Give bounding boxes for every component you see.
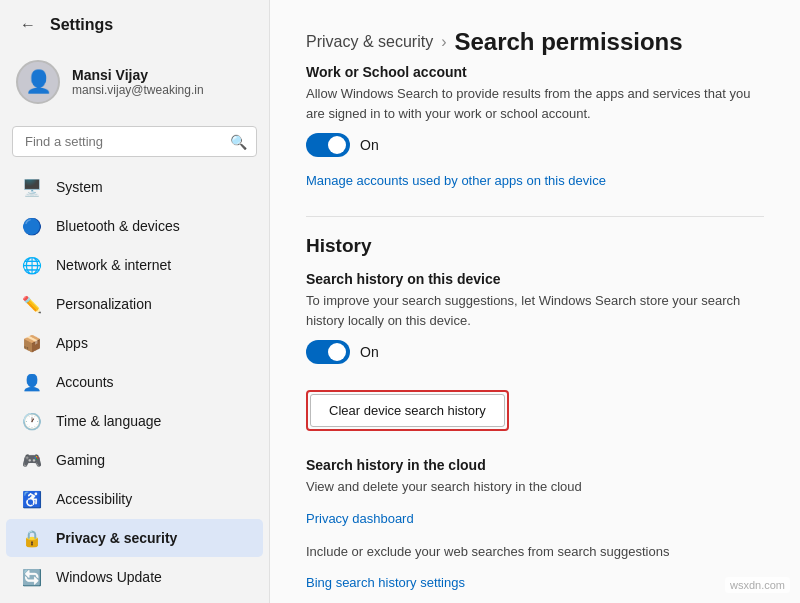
nav-label-accounts: Accounts	[56, 374, 114, 390]
nav-icon-network: 🌐	[22, 255, 42, 275]
sidebar-title: Settings	[50, 16, 113, 34]
sidebar-item-personalization[interactable]: ✏️ Personalization	[6, 285, 263, 323]
nav-icon-time-language: 🕐	[22, 411, 42, 431]
work-account-toggle-row: On	[306, 133, 764, 157]
sidebar-item-privacy-security[interactable]: 🔒 Privacy & security	[6, 519, 263, 557]
nav-label-accessibility: Accessibility	[56, 491, 132, 507]
avatar-icon: 👤	[25, 69, 52, 95]
sidebar-header: ← Settings	[0, 0, 269, 50]
nav-label-windows-update: Windows Update	[56, 569, 162, 585]
cloud-history-desc: View and delete your search history in t…	[306, 477, 764, 497]
avatar: 👤	[16, 60, 60, 104]
nav-label-gaming: Gaming	[56, 452, 105, 468]
bing-link[interactable]: Bing search history settings	[306, 575, 465, 590]
user-info: Mansi Vijay mansi.vijay@tweaking.in	[72, 67, 204, 97]
nav-icon-gaming: 🎮	[22, 450, 42, 470]
sidebar-item-accessibility[interactable]: ♿ Accessibility	[6, 480, 263, 518]
clear-btn-highlight: Clear device search history	[306, 390, 509, 431]
manage-accounts-link[interactable]: Manage accounts used by other apps on th…	[306, 173, 606, 188]
breadcrumb-sep: ›	[441, 33, 446, 51]
nav-icon-bluetooth: 🔵	[22, 216, 42, 236]
divider-1	[306, 216, 764, 217]
work-account-label: Work or School account	[306, 64, 764, 80]
breadcrumb: Privacy & security › Search permissions	[306, 28, 764, 56]
search-history-label: Search history on this device	[306, 271, 764, 287]
search-box: 🔍	[12, 126, 257, 157]
search-history-desc: To improve your search suggestions, let …	[306, 291, 764, 330]
nav-icon-accessibility: ♿	[22, 489, 42, 509]
watermark: wsxdn.com	[725, 577, 790, 593]
work-account-toggle-label: On	[360, 137, 379, 153]
nav-icon-privacy-security: 🔒	[22, 528, 42, 548]
sidebar-item-gaming[interactable]: 🎮 Gaming	[6, 441, 263, 479]
back-button[interactable]: ←	[16, 12, 40, 38]
sidebar-item-network[interactable]: 🌐 Network & internet	[6, 246, 263, 284]
history-title: History	[306, 235, 764, 257]
nav-label-personalization: Personalization	[56, 296, 152, 312]
search-history-toggle-label: On	[360, 344, 379, 360]
nav-icon-personalization: ✏️	[22, 294, 42, 314]
user-profile[interactable]: 👤 Mansi Vijay mansi.vijay@tweaking.in	[0, 50, 269, 114]
cloud-history-block: Search history in the cloud View and del…	[306, 457, 764, 526]
sidebar-item-time-language[interactable]: 🕐 Time & language	[6, 402, 263, 440]
search-history-toggle[interactable]	[306, 340, 350, 364]
nav-icon-apps: 📦	[22, 333, 42, 353]
nav-icon-system: 🖥️	[22, 177, 42, 197]
work-account-block: Work or School account Allow Windows Sea…	[306, 64, 764, 188]
nav-icon-windows-update: 🔄	[22, 567, 42, 587]
nav-icon-accounts: 👤	[22, 372, 42, 392]
search-history-toggle-row: On	[306, 340, 764, 364]
privacy-dashboard-link[interactable]: Privacy dashboard	[306, 511, 414, 526]
breadcrumb-parent: Privacy & security	[306, 33, 433, 51]
main-content: Privacy & security › Search permissions …	[270, 0, 800, 603]
page-title: Search permissions	[454, 28, 682, 56]
sidebar-item-windows-update[interactable]: 🔄 Windows Update	[6, 558, 263, 593]
work-account-toggle[interactable]	[306, 133, 350, 157]
user-name: Mansi Vijay	[72, 67, 204, 83]
nav-label-privacy-security: Privacy & security	[56, 530, 177, 546]
search-history-block: Search history on this device To improve…	[306, 271, 764, 364]
sidebar: ← Settings 👤 Mansi Vijay mansi.vijay@twe…	[0, 0, 270, 603]
nav-label-bluetooth: Bluetooth & devices	[56, 218, 180, 234]
work-account-section: Work or School account Allow Windows Sea…	[306, 64, 764, 188]
search-icon: 🔍	[230, 134, 247, 150]
sidebar-item-system[interactable]: 🖥️ System	[6, 168, 263, 206]
exclude-block: Include or exclude your web searches fro…	[306, 542, 764, 591]
cloud-history-label: Search history in the cloud	[306, 457, 764, 473]
sidebar-item-apps[interactable]: 📦 Apps	[6, 324, 263, 362]
sidebar-item-bluetooth[interactable]: 🔵 Bluetooth & devices	[6, 207, 263, 245]
nav-label-system: System	[56, 179, 103, 195]
clear-history-button[interactable]: Clear device search history	[310, 394, 505, 427]
work-account-desc: Allow Windows Search to provide results …	[306, 84, 764, 123]
exclude-desc: Include or exclude your web searches fro…	[306, 542, 764, 562]
nav-list: 🖥️ System 🔵 Bluetooth & devices 🌐 Networ…	[0, 167, 269, 593]
history-section: History Search history on this device To…	[306, 235, 764, 590]
nav-label-network: Network & internet	[56, 257, 171, 273]
search-input[interactable]	[12, 126, 257, 157]
user-email: mansi.vijay@tweaking.in	[72, 83, 204, 97]
nav-label-time-language: Time & language	[56, 413, 161, 429]
nav-label-apps: Apps	[56, 335, 88, 351]
sidebar-item-accounts[interactable]: 👤 Accounts	[6, 363, 263, 401]
